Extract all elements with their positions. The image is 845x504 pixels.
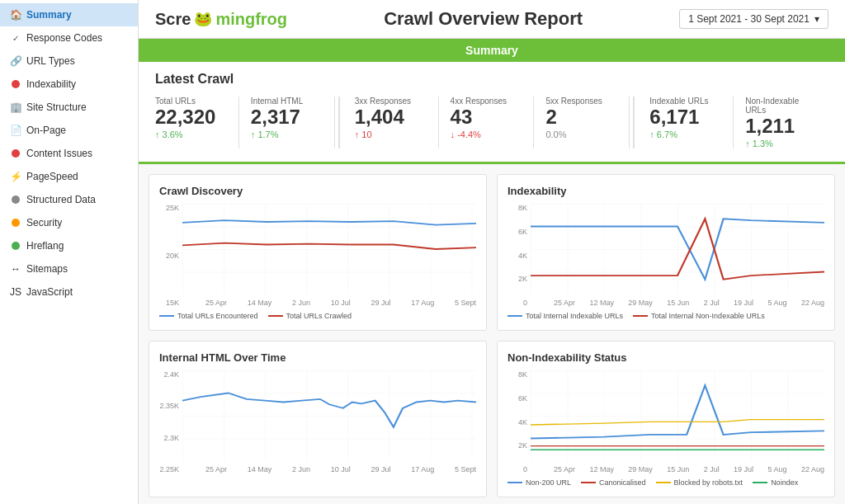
- legend-line-1: [268, 315, 283, 317]
- metric-label-4: 5xx Responses: [545, 97, 617, 106]
- legend-line-nonindex-1: [581, 482, 596, 483]
- legend-item-nonindex-1: Canonicalised: [581, 478, 646, 487]
- chart-legend-nonindex: Non-200 URL Canonicalised Blocked by rob…: [507, 478, 824, 487]
- js-icon: JS: [10, 286, 21, 298]
- chart-indexability: Indexability 8K 6K 4K 2K 0: [497, 174, 835, 331]
- metric-3xx: 3xx Responses 1,404 ↑ 10: [343, 97, 439, 148]
- charts-grid: Crawl Discovery 25K 20K 15K: [139, 164, 845, 504]
- sidebar-item-pagespeed[interactable]: ⚡ PageSpeed: [0, 165, 138, 188]
- sidebar-item-site-structure[interactable]: 🏢 Site Structure: [0, 96, 138, 119]
- sidebar-item-url-types[interactable]: 🔗 URL Types: [0, 49, 138, 73]
- hreflang-dot-icon: [10, 240, 21, 252]
- metric-value-3: 43: [451, 107, 522, 127]
- metric-change-1: ↑ 1.7%: [251, 130, 323, 139]
- sidebar-label-security: Security: [26, 217, 62, 228]
- metric-total-urls: Total URLs 22,320 ↑ 3.6%: [155, 97, 239, 148]
- page-icon: 📄: [10, 125, 21, 136]
- x-axis-index: 25 Apr 12 May 29 May 15 Jun 2 Jul 19 Jul…: [531, 299, 824, 307]
- y-axis-html: 2.4K 2.35K 2.3K 2.25K: [159, 370, 182, 473]
- x-axis-nonindex: 25 Apr 12 May 29 May 15 Jun 2 Jul 19 Jul…: [531, 465, 824, 473]
- chart-title-crawl-discovery: Crawl Discovery: [159, 185, 476, 197]
- sidebar-label-sitemaps: Sitemaps: [26, 263, 68, 275]
- sidebar-item-hreflang[interactable]: Hreflang: [0, 234, 138, 257]
- sidebar-item-content-issues[interactable]: Content Issues: [0, 142, 138, 165]
- chart-internal-html: Internal HTML Over Time 2.4K 2.35K 2.3K …: [149, 341, 487, 497]
- legend-line-index-0: [507, 315, 522, 317]
- sidebar-item-indexability[interactable]: Indexability: [0, 73, 138, 96]
- chart-title-indexability: Indexability: [507, 185, 824, 197]
- chart-wrapper-nonindex: 8K 6K 4K 2K 0: [507, 370, 824, 473]
- sidebar-item-structured-data[interactable]: Structured Data: [0, 188, 138, 211]
- sidebar-label-structured-data: Structured Data: [26, 194, 96, 205]
- legend-line-nonindex-2: [656, 482, 671, 483]
- chart-wrapper-crawl: 25K 20K 15K: [159, 204, 476, 307]
- chart-title-non-indexability: Non-Indexability Status: [507, 351, 824, 364]
- chart-title-internal-html: Internal HTML Over Time: [159, 351, 476, 364]
- chart-svg-html: [182, 370, 476, 461]
- metric-value-6: 1,211: [745, 116, 817, 136]
- chart-legend-crawl: Total URLs Encountered Total URLs Crawle…: [159, 312, 476, 320]
- dot-red-icon: [10, 78, 21, 90]
- report-title: Crawl Overview Report: [384, 8, 583, 30]
- metric-label-0: Total URLs: [155, 97, 227, 106]
- chart-svg-index: [531, 204, 824, 294]
- summary-bar: Summary: [139, 39, 845, 62]
- metric-5xx: 5xx Responses 2 0.0%: [534, 97, 630, 148]
- legend-label-1: Total URLs Crawled: [286, 312, 352, 320]
- legend-item-index-0: Total Internal Indexable URLs: [507, 312, 623, 320]
- legend-label-nonindex-3: Noindex: [771, 478, 798, 487]
- legend-label-0: Total URLs Encountered: [177, 312, 258, 320]
- sidebar-item-summary[interactable]: 🏠 Summary: [0, 3, 138, 26]
- metric-value-5: 6,171: [649, 107, 721, 127]
- legend-label-index-1: Total Internal Non-Indexable URLs: [651, 312, 765, 320]
- sidebar-label-response-codes: Response Codes: [26, 32, 102, 44]
- metric-label-3: 4xx Responses: [451, 97, 522, 106]
- sidebar-label-hreflang: Hreflang: [26, 240, 64, 252]
- sidebar-item-on-page[interactable]: 📄 On-Page: [0, 119, 138, 142]
- sidebar-label-on-page: On-Page: [26, 125, 66, 136]
- legend-line-nonindex-3: [753, 482, 767, 483]
- sidebar-item-sitemaps[interactable]: ↔ Sitemaps: [0, 257, 138, 280]
- date-range-picker[interactable]: 1 Sept 2021 - 30 Sept 2021 ▾: [679, 9, 828, 29]
- svg-rect-1: [531, 204, 824, 294]
- sidebar-label-pagespeed: PageSpeed: [26, 171, 78, 182]
- metric-value-4: 2: [545, 107, 617, 127]
- chart-crawl-discovery: Crawl Discovery 25K 20K 15K: [149, 174, 487, 331]
- metric-indexable: Indexable URLs 6,171 ↑ 6.7%: [638, 97, 734, 148]
- logo-text2: mingfrog: [215, 10, 287, 29]
- y-axis-nonindex: 8K 6K 4K 2K 0: [507, 370, 531, 473]
- security-dot-icon: [10, 217, 21, 228]
- metric-change-2: ↑ 10: [355, 130, 427, 139]
- chart-wrapper-index: 8K 6K 4K 2K 0: [507, 204, 824, 307]
- link-icon: 🔗: [10, 55, 21, 67]
- legend-line-0: [159, 315, 174, 317]
- metric-value-0: 22,320: [155, 107, 227, 127]
- sidebar: 🏠 Summary ✓ Response Codes 🔗 URL Types I…: [0, 0, 139, 504]
- sidebar-item-security[interactable]: Security: [0, 211, 138, 234]
- chart-inner-crawl: 25 Apr 14 May 2 Jun 10 Jul 29 Jul 17 Aug…: [182, 204, 476, 307]
- main-content: Scre 🐸 mingfrog Crawl Overview Report 1 …: [139, 0, 845, 504]
- sidebar-label-site-structure: Site Structure: [26, 101, 87, 113]
- sidebar-label-summary: Summary: [26, 9, 72, 21]
- metric-value-1: 2,317: [251, 107, 323, 127]
- legend-item-1: Total URLs Crawled: [268, 312, 352, 320]
- metric-divider2: [633, 97, 635, 148]
- svg-rect-3: [531, 370, 824, 461]
- building-icon: 🏢: [10, 101, 21, 113]
- legend-item-index-1: Total Internal Non-Indexable URLs: [633, 312, 765, 320]
- date-range-text: 1 Sept 2021 - 30 Sept 2021: [688, 13, 810, 25]
- y-axis-crawl: 25K 20K 15K: [159, 204, 182, 307]
- legend-label-nonindex-0: Non-200 URL: [526, 478, 571, 487]
- metric-change-0: ↑ 3.6%: [155, 130, 227, 139]
- metric-4xx: 4xx Responses 43 ↓ -4.4%: [439, 97, 535, 148]
- metric-divider: [338, 97, 340, 148]
- chart-inner-html: 25 Apr 14 May 2 Jun 10 Jul 29 Jul 17 Aug…: [182, 370, 476, 473]
- sidebar-label-indexability: Indexability: [26, 78, 76, 90]
- frog-icon: 🐸: [194, 10, 212, 28]
- sidebar-item-javascript[interactable]: JS JavaScript: [0, 280, 138, 304]
- legend-label-index-0: Total Internal Indexable URLs: [526, 312, 623, 320]
- legend-item-nonindex-0: Non-200 URL: [507, 478, 571, 487]
- chart-inner-index: 25 Apr 12 May 29 May 15 Jun 2 Jul 19 Jul…: [531, 204, 824, 307]
- sidebar-item-response-codes[interactable]: ✓ Response Codes: [0, 26, 138, 49]
- metric-label-1: Internal HTML: [251, 97, 323, 106]
